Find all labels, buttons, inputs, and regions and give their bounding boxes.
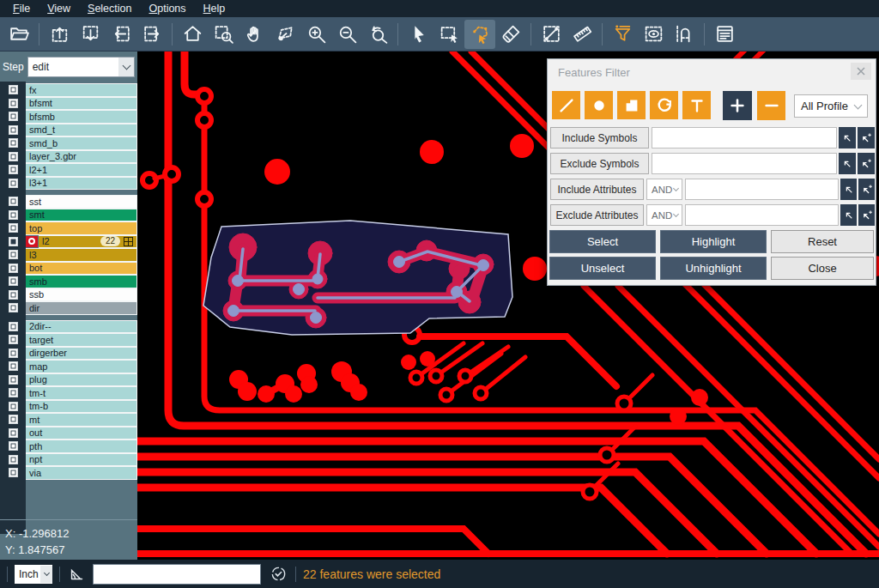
layer-checkbox-smd_b[interactable] xyxy=(9,138,18,148)
include-attributes-field[interactable] xyxy=(685,179,839,200)
layer-plug[interactable]: plug xyxy=(26,373,137,387)
menu-file[interactable]: File xyxy=(5,2,38,15)
exclude-attributes-and-dropdown[interactable]: AND xyxy=(646,204,682,226)
text-feature-button[interactable] xyxy=(682,91,711,119)
layer-sst[interactable]: sst xyxy=(26,195,137,209)
layer-checkbox-smb[interactable] xyxy=(9,276,18,286)
layer-smb[interactable]: smb xyxy=(26,275,137,288)
pan-right-button[interactable] xyxy=(136,20,167,49)
select-pointer-button[interactable] xyxy=(403,20,433,49)
layer-l2[interactable]: l222 xyxy=(39,235,137,249)
layer-checkbox-npt[interactable] xyxy=(9,455,18,464)
selection-region[interactable] xyxy=(203,221,512,335)
open-button[interactable] xyxy=(3,20,34,49)
layer-checkbox-map[interactable] xyxy=(9,361,18,371)
exclude-symbols-pick-add-button[interactable] xyxy=(858,153,875,174)
view-inside-button[interactable] xyxy=(638,20,669,49)
exclude-symbols-pick-button[interactable] xyxy=(839,153,856,174)
layer-l2+1[interactable]: l2+1 xyxy=(26,163,137,177)
menu-options[interactable]: Options xyxy=(141,2,193,15)
angle-mode-button[interactable] xyxy=(67,564,88,585)
chevron-down-icon[interactable] xyxy=(118,58,134,76)
menu-view[interactable]: View xyxy=(39,2,78,15)
layer-checkbox-l2[interactable] xyxy=(9,237,18,246)
zoom-out-button[interactable] xyxy=(331,20,362,49)
layer-npt[interactable]: npt xyxy=(26,453,137,467)
remove-filter-button[interactable] xyxy=(757,91,785,120)
measure-points-button[interactable] xyxy=(536,20,567,49)
surface-feature-button[interactable] xyxy=(617,91,646,119)
zoom-home-button[interactable] xyxy=(177,20,208,49)
layer-dirgerber[interactable]: dirgerber xyxy=(26,347,137,361)
exclude-symbols-field[interactable] xyxy=(652,153,837,174)
include-attributes-button[interactable]: Include Attributes xyxy=(550,179,644,200)
layer-via[interactable]: via xyxy=(26,466,137,480)
layer-checkbox-l3[interactable] xyxy=(9,250,18,259)
features-filter-button[interactable] xyxy=(607,20,638,49)
layer-checkbox-pth[interactable] xyxy=(9,441,18,451)
reset-button[interactable]: Reset xyxy=(771,230,874,253)
refresh-status-button[interactable] xyxy=(268,564,288,585)
layer-smd_t[interactable]: smd_t xyxy=(26,124,137,137)
select-rectangle-button[interactable] xyxy=(433,20,464,49)
layer-bot[interactable]: bot xyxy=(26,262,137,276)
layer-ssb[interactable]: ssb xyxy=(26,288,137,302)
unselect-button[interactable]: Unselect xyxy=(549,257,656,280)
exclude-attributes-pick-button[interactable] xyxy=(840,204,857,226)
layer-checkbox-mt[interactable] xyxy=(9,415,18,424)
include-attributes-pick-add-button[interactable] xyxy=(858,179,875,200)
notes-panel-button[interactable] xyxy=(709,20,740,49)
layer-checkbox-target[interactable] xyxy=(9,335,18,344)
include-symbols-pick-button[interactable] xyxy=(839,127,856,149)
add-filter-button[interactable] xyxy=(723,91,752,120)
select-polygon-button[interactable] xyxy=(464,20,495,49)
layer-checkbox-out[interactable] xyxy=(9,428,18,438)
layer-map[interactable]: map xyxy=(26,360,137,373)
layer-checkbox-layer_3.gbr[interactable] xyxy=(9,152,18,161)
dialog-close-button[interactable] xyxy=(851,63,871,80)
unhighlight-button[interactable]: Unhighlight xyxy=(660,257,767,280)
layer-checkbox-smt[interactable] xyxy=(9,210,18,220)
layer-smd_b[interactable]: smd_b xyxy=(26,136,137,150)
zoom-in-button[interactable] xyxy=(300,20,331,49)
include-symbols-pick-add-button[interactable] xyxy=(858,127,875,149)
step-dropdown[interactable]: edit xyxy=(27,57,135,77)
include-attributes-and-dropdown[interactable]: AND xyxy=(646,179,682,200)
layer-tm-t[interactable]: tm-t xyxy=(26,386,137,400)
layer-2dir--[interactable]: 2dir-- xyxy=(26,320,137,334)
layer-dir[interactable]: dir xyxy=(26,301,137,315)
layer-bfsmt[interactable]: bfsmt xyxy=(26,97,137,111)
highlight-button[interactable]: Highlight xyxy=(660,230,767,253)
layer-checkbox-dirgerber[interactable] xyxy=(9,349,18,358)
layer-l3[interactable]: l3 xyxy=(26,248,137,262)
include-attributes-pick-button[interactable] xyxy=(840,179,857,200)
zoom-area-button[interactable] xyxy=(270,20,300,49)
exclude-attributes-field[interactable] xyxy=(685,204,839,226)
layer-out[interactable]: out xyxy=(26,427,137,440)
layer-checkbox-bfsmt[interactable] xyxy=(9,99,18,108)
command-input[interactable] xyxy=(93,564,261,585)
layer-checkbox-top[interactable] xyxy=(9,223,18,233)
arc-feature-button[interactable] xyxy=(650,91,678,119)
layer-top[interactable]: top xyxy=(26,221,137,235)
close-button[interactable]: Close xyxy=(771,257,874,280)
layer-checkbox-plug[interactable] xyxy=(9,375,18,385)
exclude-symbols-button[interactable]: Exclude Symbols xyxy=(550,153,649,174)
line-feature-button[interactable] xyxy=(552,91,580,119)
grid-icon[interactable] xyxy=(124,237,133,246)
layer-checkbox-2dir--[interactable] xyxy=(9,322,18,331)
layer-checkbox-sst[interactable] xyxy=(9,197,18,206)
layer-checkbox-l3+1[interactable] xyxy=(9,179,18,188)
include-symbols-field[interactable] xyxy=(652,127,837,149)
layer-checkbox-via[interactable] xyxy=(9,468,18,477)
layer-checkbox-bot[interactable] xyxy=(9,264,18,273)
menu-selection[interactable]: Selection xyxy=(80,2,139,15)
layer-l3+1[interactable]: l3+1 xyxy=(26,177,137,191)
layer-smt[interactable]: smt xyxy=(26,209,137,222)
layer-pth[interactable]: pth xyxy=(26,439,137,453)
layer-checkbox-bfsmb[interactable] xyxy=(9,112,18,121)
layer-fx[interactable]: fx xyxy=(26,83,137,97)
layer-target[interactable]: target xyxy=(26,333,137,347)
menu-help[interactable]: Help xyxy=(196,2,233,15)
layer-bfsmb[interactable]: bfsmb xyxy=(26,110,137,124)
